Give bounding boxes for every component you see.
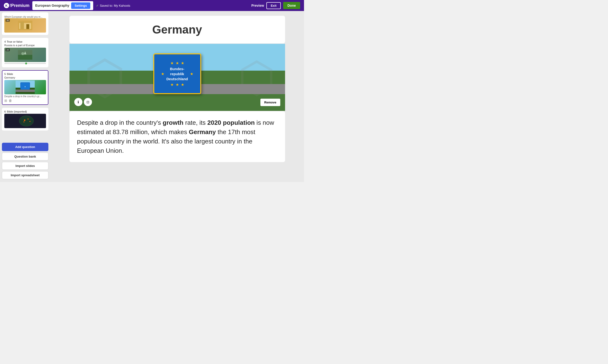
slide5-thumb: D	[4, 80, 46, 94]
slide6-thumb	[4, 114, 46, 128]
slide3-thumb: 30	[4, 18, 46, 33]
slide3-number: 30	[5, 19, 10, 22]
title-tab[interactable]: European Geography Settings	[32, 1, 93, 10]
star-6: ★	[170, 82, 174, 87]
slide-action-layout-icon[interactable]: ⊞	[4, 99, 7, 103]
road-scene: ★ ★ ★ ★ Bundes-republikDeutschland ★ ★ ★	[153, 53, 201, 101]
eu-sign-text: Bundes-republikDeutschland	[166, 66, 188, 81]
slide-item-3[interactable]: Which European city would you m... 30	[2, 13, 48, 35]
hex-decoration-right: ⬡	[238, 52, 276, 103]
slide-action-delete-icon[interactable]: 🗑	[9, 99, 12, 103]
svg-rect-2	[20, 22, 24, 29]
import-spreadsheet-button[interactable]: Import spreadsheet	[2, 171, 48, 179]
slide-item-5[interactable]: 5 Slide Germany D Despite a drop in the …	[2, 70, 48, 105]
eu-sign: ★ ★ ★ ★ Bundes-republikDeutschland ★ ★ ★	[153, 53, 201, 94]
slide5-title: Germany	[4, 76, 46, 79]
image-controls: ℹ ⊡	[74, 98, 92, 106]
svg-rect-3	[26, 24, 29, 29]
star-1: ★	[170, 61, 174, 65]
svg-point-15	[19, 116, 34, 126]
svg-rect-10	[15, 90, 35, 92]
text-card: Despite a drop in the country's growth r…	[69, 111, 285, 162]
svg-point-17	[27, 118, 28, 119]
slide4-progress	[4, 62, 46, 65]
sidebar-bottom: Add question Question bank Import slides…	[0, 143, 50, 179]
exit-button[interactable]: Exit	[266, 2, 281, 9]
brand-logo: K !Premium	[4, 3, 29, 8]
slide4-type: True or false	[7, 40, 22, 43]
image-card: ⬡ ⬡ ★ ★ ★ ★ Bundes-republikDeutschland	[69, 44, 285, 111]
content-area: Germany ⬡ ⬡ ★ ★ ★	[50, 11, 304, 182]
checkmark-icon: ✓	[96, 4, 99, 7]
svg-point-6	[21, 52, 24, 55]
eu-stars-mid: ★ Bundes-republikDeutschland ★	[161, 66, 193, 81]
image-crop-button[interactable]: ⊡	[84, 98, 92, 106]
saved-text: Saved to: My Kahoots	[100, 4, 130, 7]
title-card: Germany	[69, 16, 285, 43]
slide4-thumb: 20	[4, 48, 46, 62]
star-5: ★	[190, 72, 193, 76]
header: K !Premium European Geography Settings ✓…	[0, 0, 304, 11]
star-4: ★	[161, 72, 164, 76]
slide-editor: Germany ⬡ ⬡ ★ ★ ★	[69, 16, 285, 162]
done-button[interactable]: Done	[283, 2, 300, 9]
slide4-number: 4	[4, 40, 6, 43]
star-2: ★	[176, 61, 179, 65]
eu-stars-top: ★ ★ ★	[170, 61, 184, 65]
slide4-timer: 20	[5, 48, 10, 51]
preview-button[interactable]: Preview	[251, 4, 264, 7]
main-layout: Which European city would you m... 30 4 …	[0, 11, 304, 182]
svg-point-18	[24, 121, 25, 122]
kahoots-title: European Geography	[35, 4, 69, 7]
add-question-button[interactable]: Add question	[2, 143, 48, 151]
slide-body-text: Despite a drop in the country's growth r…	[77, 118, 278, 156]
slide-item-6[interactable]: 6 Slide (imported)	[2, 108, 48, 130]
slide-main-title: Germany	[77, 23, 278, 36]
eu-stars-bot: ★ ★ ★	[170, 82, 184, 87]
image-info-button[interactable]: ℹ	[74, 98, 82, 106]
slide6-type: Slide (imported)	[7, 110, 27, 113]
svg-point-16	[24, 119, 25, 121]
sidebar: Which European city would you m... 30 4 …	[0, 11, 50, 182]
slide4-title: Russia is a part of Europe	[4, 44, 46, 47]
import-slides-button[interactable]: Import slides	[2, 162, 48, 170]
saved-indicator: ✓ Saved to: My Kahoots	[96, 4, 249, 7]
star-7: ★	[176, 82, 179, 87]
slide5-actions: ⊞ 🗑	[4, 99, 46, 103]
svg-rect-5	[18, 55, 32, 60]
svg-point-19	[29, 121, 30, 122]
slide3-question: Which European city would you m...	[4, 15, 46, 18]
hex-decoration-left: ⬡	[84, 50, 126, 105]
header-right: Preview Exit Done	[251, 2, 300, 9]
question-bank-button[interactable]: Question bank	[2, 153, 48, 160]
remove-image-button[interactable]: Remove	[260, 99, 280, 106]
slide6-number: 6	[4, 110, 6, 113]
star-3: ★	[181, 61, 184, 65]
k-icon: K	[4, 3, 9, 8]
slide5-type: Slide	[7, 73, 13, 76]
slide-item-4[interactable]: 4 True or false Russia is a part of Euro…	[2, 38, 48, 67]
svg-text:D: D	[25, 86, 26, 87]
slide5-caption: Despite a drop in the country's gr...	[4, 95, 46, 98]
slide5-number: 5	[4, 73, 6, 76]
settings-button[interactable]: Settings	[71, 2, 90, 9]
star-8: ★	[181, 82, 184, 87]
